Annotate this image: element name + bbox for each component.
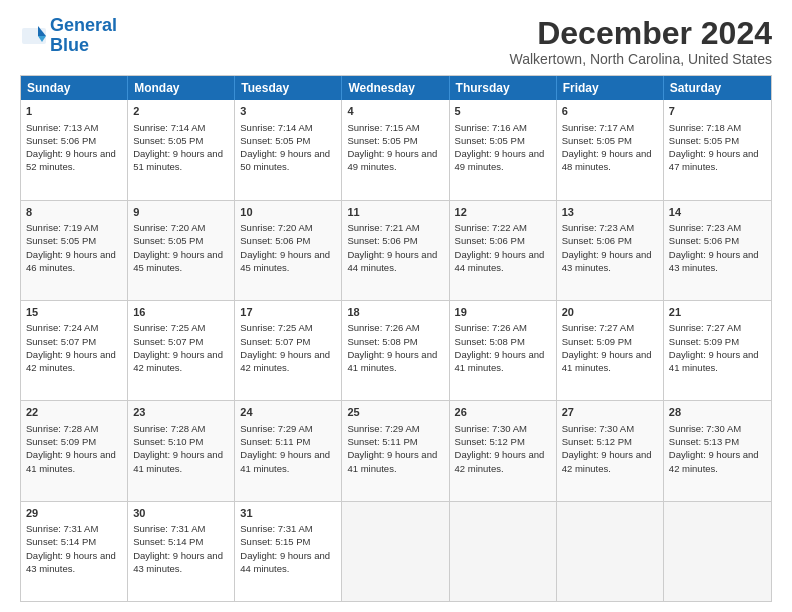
sunset-time: Sunset: 5:05 PM	[669, 135, 739, 146]
sunset-time: Sunset: 5:09 PM	[669, 336, 739, 347]
day-number: 21	[669, 305, 766, 320]
daylight-info: Daylight: 9 hours and 41 minutes.	[240, 449, 330, 473]
daylight-info: Daylight: 9 hours and 41 minutes.	[347, 449, 437, 473]
day-cell-21: 21Sunrise: 7:27 AMSunset: 5:09 PMDayligh…	[664, 301, 771, 400]
day-number: 15	[26, 305, 122, 320]
sunset-time: Sunset: 5:06 PM	[347, 235, 417, 246]
sunrise-time: Sunrise: 7:27 AM	[562, 322, 634, 333]
sunrise-time: Sunrise: 7:27 AM	[669, 322, 741, 333]
day-number: 20	[562, 305, 658, 320]
sunset-time: Sunset: 5:08 PM	[347, 336, 417, 347]
sunset-time: Sunset: 5:06 PM	[455, 235, 525, 246]
day-number: 18	[347, 305, 443, 320]
daylight-info: Daylight: 9 hours and 42 minutes.	[240, 349, 330, 373]
sunset-time: Sunset: 5:08 PM	[455, 336, 525, 347]
sunset-time: Sunset: 5:05 PM	[133, 235, 203, 246]
header-wednesday: Wednesday	[342, 76, 449, 100]
day-number: 11	[347, 205, 443, 220]
day-number: 14	[669, 205, 766, 220]
sunset-time: Sunset: 5:13 PM	[669, 436, 739, 447]
daylight-info: Daylight: 9 hours and 43 minutes.	[562, 249, 652, 273]
daylight-info: Daylight: 9 hours and 42 minutes.	[26, 349, 116, 373]
daylight-info: Daylight: 9 hours and 41 minutes.	[347, 349, 437, 373]
logo-general: General	[50, 15, 117, 35]
day-cell-22: 22Sunrise: 7:28 AMSunset: 5:09 PMDayligh…	[21, 401, 128, 500]
day-number: 27	[562, 405, 658, 420]
sunset-time: Sunset: 5:06 PM	[669, 235, 739, 246]
sunrise-time: Sunrise: 7:31 AM	[133, 523, 205, 534]
day-number: 25	[347, 405, 443, 420]
header: General Blue December 2024 Walkertown, N…	[20, 16, 772, 67]
day-cell-2: 2Sunrise: 7:14 AMSunset: 5:05 PMDaylight…	[128, 100, 235, 199]
week-row-3: 15Sunrise: 7:24 AMSunset: 5:07 PMDayligh…	[21, 300, 771, 400]
empty-cell	[450, 502, 557, 601]
sunrise-time: Sunrise: 7:29 AM	[347, 423, 419, 434]
daylight-info: Daylight: 9 hours and 45 minutes.	[240, 249, 330, 273]
day-number: 24	[240, 405, 336, 420]
daylight-info: Daylight: 9 hours and 42 minutes.	[562, 449, 652, 473]
day-cell-6: 6Sunrise: 7:17 AMSunset: 5:05 PMDaylight…	[557, 100, 664, 199]
sunset-time: Sunset: 5:06 PM	[240, 235, 310, 246]
day-cell-3: 3Sunrise: 7:14 AMSunset: 5:05 PMDaylight…	[235, 100, 342, 199]
day-cell-30: 30Sunrise: 7:31 AMSunset: 5:14 PMDayligh…	[128, 502, 235, 601]
daylight-info: Daylight: 9 hours and 43 minutes.	[26, 550, 116, 574]
day-cell-19: 19Sunrise: 7:26 AMSunset: 5:08 PMDayligh…	[450, 301, 557, 400]
daylight-info: Daylight: 9 hours and 51 minutes.	[133, 148, 223, 172]
daylight-info: Daylight: 9 hours and 42 minutes.	[133, 349, 223, 373]
sunset-time: Sunset: 5:05 PM	[562, 135, 632, 146]
sunrise-time: Sunrise: 7:25 AM	[240, 322, 312, 333]
day-cell-12: 12Sunrise: 7:22 AMSunset: 5:06 PMDayligh…	[450, 201, 557, 300]
daylight-info: Daylight: 9 hours and 52 minutes.	[26, 148, 116, 172]
sunrise-time: Sunrise: 7:31 AM	[26, 523, 98, 534]
day-cell-9: 9Sunrise: 7:20 AMSunset: 5:05 PMDaylight…	[128, 201, 235, 300]
daylight-info: Daylight: 9 hours and 44 minutes.	[240, 550, 330, 574]
daylight-info: Daylight: 9 hours and 50 minutes.	[240, 148, 330, 172]
day-number: 2	[133, 104, 229, 119]
sunrise-time: Sunrise: 7:28 AM	[133, 423, 205, 434]
week-row-4: 22Sunrise: 7:28 AMSunset: 5:09 PMDayligh…	[21, 400, 771, 500]
day-number: 5	[455, 104, 551, 119]
day-number: 29	[26, 506, 122, 521]
day-cell-15: 15Sunrise: 7:24 AMSunset: 5:07 PMDayligh…	[21, 301, 128, 400]
sunrise-time: Sunrise: 7:13 AM	[26, 122, 98, 133]
day-cell-10: 10Sunrise: 7:20 AMSunset: 5:06 PMDayligh…	[235, 201, 342, 300]
sunrise-time: Sunrise: 7:20 AM	[240, 222, 312, 233]
sunrise-time: Sunrise: 7:19 AM	[26, 222, 98, 233]
day-number: 6	[562, 104, 658, 119]
day-cell-7: 7Sunrise: 7:18 AMSunset: 5:05 PMDaylight…	[664, 100, 771, 199]
sunset-time: Sunset: 5:09 PM	[562, 336, 632, 347]
daylight-info: Daylight: 9 hours and 42 minutes.	[669, 449, 759, 473]
sunset-time: Sunset: 5:07 PM	[133, 336, 203, 347]
header-thursday: Thursday	[450, 76, 557, 100]
sunrise-time: Sunrise: 7:21 AM	[347, 222, 419, 233]
week-row-1: 1Sunrise: 7:13 AMSunset: 5:06 PMDaylight…	[21, 100, 771, 199]
daylight-info: Daylight: 9 hours and 46 minutes.	[26, 249, 116, 273]
day-number: 9	[133, 205, 229, 220]
day-cell-27: 27Sunrise: 7:30 AMSunset: 5:12 PMDayligh…	[557, 401, 664, 500]
sunset-time: Sunset: 5:07 PM	[26, 336, 96, 347]
sunrise-time: Sunrise: 7:22 AM	[455, 222, 527, 233]
week-row-5: 29Sunrise: 7:31 AMSunset: 5:14 PMDayligh…	[21, 501, 771, 601]
logo-icon	[20, 22, 48, 50]
sunset-time: Sunset: 5:12 PM	[455, 436, 525, 447]
sunrise-time: Sunrise: 7:17 AM	[562, 122, 634, 133]
logo-text: General Blue	[50, 16, 117, 56]
daylight-info: Daylight: 9 hours and 44 minutes.	[455, 249, 545, 273]
week-row-2: 8Sunrise: 7:19 AMSunset: 5:05 PMDaylight…	[21, 200, 771, 300]
day-number: 23	[133, 405, 229, 420]
daylight-info: Daylight: 9 hours and 41 minutes.	[133, 449, 223, 473]
sunrise-time: Sunrise: 7:14 AM	[133, 122, 205, 133]
sunrise-time: Sunrise: 7:30 AM	[455, 423, 527, 434]
day-cell-1: 1Sunrise: 7:13 AMSunset: 5:06 PMDaylight…	[21, 100, 128, 199]
day-cell-25: 25Sunrise: 7:29 AMSunset: 5:11 PMDayligh…	[342, 401, 449, 500]
day-cell-16: 16Sunrise: 7:25 AMSunset: 5:07 PMDayligh…	[128, 301, 235, 400]
sunset-time: Sunset: 5:05 PM	[26, 235, 96, 246]
month-title: December 2024	[510, 16, 772, 51]
day-number: 28	[669, 405, 766, 420]
day-cell-31: 31Sunrise: 7:31 AMSunset: 5:15 PMDayligh…	[235, 502, 342, 601]
day-cell-24: 24Sunrise: 7:29 AMSunset: 5:11 PMDayligh…	[235, 401, 342, 500]
sunset-time: Sunset: 5:06 PM	[562, 235, 632, 246]
day-cell-4: 4Sunrise: 7:15 AMSunset: 5:05 PMDaylight…	[342, 100, 449, 199]
daylight-info: Daylight: 9 hours and 41 minutes.	[455, 349, 545, 373]
sunset-time: Sunset: 5:09 PM	[26, 436, 96, 447]
